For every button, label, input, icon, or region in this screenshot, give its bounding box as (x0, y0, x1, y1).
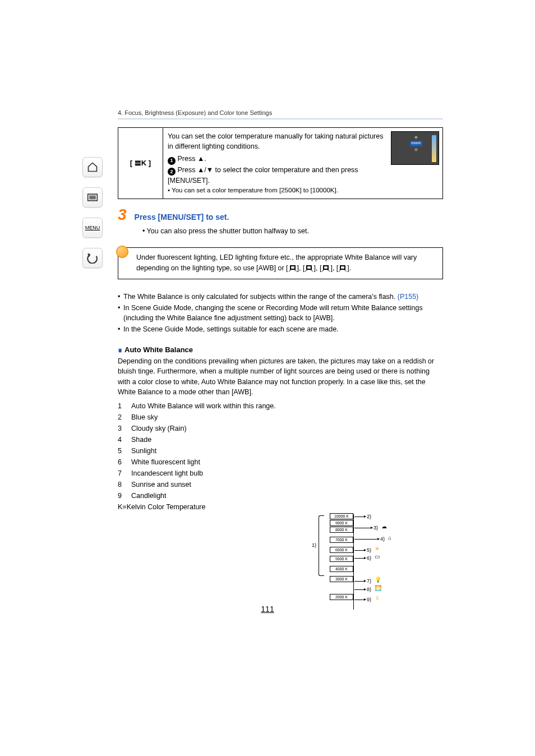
list-item: The White Balance is only calculated for… (118, 292, 443, 302)
table-row: [ 𝌆K ] ⊕ 6500K ⊖ You can set the color t… (118, 128, 443, 199)
sunrise-icon: 🌅 (375, 585, 381, 591)
preview-value: 6500K (410, 141, 422, 146)
svg-rect-5 (291, 266, 294, 269)
tick-label: 8000 K (330, 527, 353, 533)
breadcrumb: 4. Focus, Brightness (Exposure) and Colo… (118, 109, 443, 119)
diagram-label: 7) (367, 578, 371, 584)
menu-label: MENU (85, 225, 100, 231)
substep-1-text: Press ▲. (177, 155, 206, 163)
substep-1-icon: 1 (168, 157, 176, 165)
list-item: 1Auto White Balance will work within thi… (118, 400, 443, 412)
substep-2-text: Press ▲/▼ to select the color temperatur… (168, 166, 358, 185)
bulb-icon: 💡 (375, 577, 381, 583)
list-icon (87, 193, 98, 202)
tip-box: Under fluorescent lighting, LED lighting… (118, 247, 443, 279)
awb-legend-list: 1Auto White Balance will work within thi… (118, 400, 443, 513)
page-content: 4. Focus, Brightness (Exposure) and Colo… (118, 109, 443, 513)
back-arrow-icon (87, 252, 98, 264)
diagram-label: 6) (367, 555, 371, 561)
mode-description-cell: ⊕ 6500K ⊖ You can set the color temperat… (163, 128, 443, 199)
sun-icon: ☀ (375, 546, 380, 552)
mode-icon-cell: [ 𝌆K ] (118, 128, 163, 199)
tick-label: 9000 K (330, 520, 353, 526)
list-item: 9Candlelight (118, 490, 443, 501)
color-temp-table: [ 𝌆K ] ⊕ 6500K ⊖ You can set the color t… (118, 127, 443, 199)
wb-preset-icon (338, 265, 347, 273)
toc-button[interactable] (82, 187, 103, 208)
diagram-label: 8) (367, 587, 371, 592)
step-3: 3 Press [MENU/SET] to set. (118, 207, 443, 223)
tick-label: 2000 K (330, 594, 353, 600)
diagram-label: 9) (367, 597, 371, 602)
list-item: 5Sunlight (118, 445, 443, 457)
page-number[interactable]: 111 (261, 605, 274, 614)
diagram-label: 5) (367, 547, 371, 553)
wb-preset-icon (321, 265, 330, 273)
kelvin-mode-icon: [ 𝌆K ] (130, 159, 151, 167)
candle-icon: 🕯 (375, 595, 380, 601)
list-item: In the Scene Guide Mode, settings suitab… (118, 324, 443, 334)
list-item: 8Sunrise and sunset (118, 479, 443, 490)
diagram-label: 2) (367, 514, 371, 519)
preview-controls: ⊕ 6500K ⊖ (407, 135, 425, 152)
cloud-icon: ☁ (381, 523, 387, 529)
svg-rect-7 (307, 266, 311, 269)
home-button[interactable] (82, 157, 103, 177)
page-link-p155[interactable]: (P155) (398, 293, 419, 301)
back-button[interactable] (82, 248, 103, 268)
step-title: Press [MENU/SET] to set. (135, 209, 229, 222)
color-temp-preview: ⊕ 6500K ⊖ (391, 131, 439, 165)
fluorescent-icon: ▭ (375, 554, 380, 560)
desc-intro: You can set the color temperature manual… (168, 131, 386, 151)
tick-label: 3000 K (330, 576, 353, 582)
notes-list: The White Balance is only calculated for… (118, 292, 443, 335)
list-item: In Scene Guide Mode, changing the scene … (118, 303, 443, 323)
substep-2-icon: 2 (168, 168, 176, 176)
list-item: 6White fluorescent light (118, 457, 443, 468)
diagram-label-1: 1) (312, 542, 316, 548)
color-scale-bar (432, 135, 436, 162)
list-item: 7Incandescent light bulb (118, 468, 443, 479)
tick-label: 6000 K (330, 547, 353, 553)
awb-paragraph: Depending on the conditions prevailing w… (118, 356, 443, 397)
tick-label: 7000 K (330, 537, 353, 543)
tick-label: 4000 K (330, 566, 353, 572)
tip-lightbulb-icon (116, 246, 128, 258)
tick-label: 5000 K (330, 556, 353, 562)
menu-button[interactable]: MENU (82, 218, 103, 238)
temp-range-note: • You can set a color temperature from [… (168, 186, 386, 195)
diagram-label: 3) (373, 525, 378, 531)
kelvin-diagram: 1) 10000 K 9000 K 8000 K 7000 K 6000 K 5… (328, 511, 412, 617)
list-item: 3Cloudy sky (Rain) (118, 423, 443, 434)
step-sub-note: • You can also press the shutter button … (142, 227, 443, 235)
tick-label: 10000 K (330, 513, 353, 519)
diagram-label: 4) (380, 536, 385, 542)
list-item: 2Blue sky (118, 412, 443, 423)
tip-text: Under fluorescent lighting, LED lighting… (136, 252, 437, 274)
svg-rect-11 (341, 266, 344, 269)
svg-rect-9 (324, 266, 328, 269)
sidebar: MENU (81, 157, 104, 268)
awb-heading: ∎Auto White Balance (118, 345, 443, 354)
wb-preset-icon (288, 265, 297, 273)
wb-preset-icon (305, 265, 313, 273)
shade-icon: ⌂ (388, 534, 391, 541)
step-number: 3 (118, 207, 127, 223)
home-icon (87, 162, 98, 173)
list-item: 4Shade (118, 434, 443, 445)
